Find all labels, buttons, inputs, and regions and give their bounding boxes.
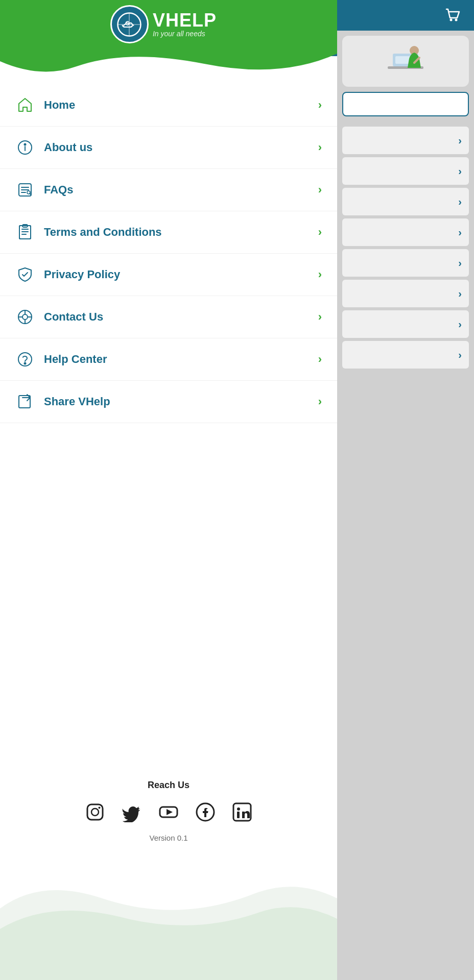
- reach-us-label: Reach Us: [10, 780, 327, 791]
- nav-item-faqs[interactable]: FAQs ›: [0, 169, 337, 211]
- main-list-row-7[interactable]: ›: [342, 310, 469, 338]
- nav-label-home: Home: [44, 99, 318, 112]
- youtube-icon[interactable]: [157, 801, 180, 823]
- app-top-bar: [337, 0, 474, 31]
- terms-icon: [15, 223, 35, 242]
- info-icon: [15, 138, 35, 157]
- main-app-background: › › › › › › › ›: [337, 0, 474, 980]
- help-icon: [15, 350, 35, 369]
- svg-line-12: [30, 193, 31, 194]
- nav-label-contact: Contact Us: [44, 310, 318, 324]
- svg-point-26: [25, 363, 26, 364]
- cart-icon[interactable]: [441, 4, 464, 27]
- profile-card: [342, 36, 469, 87]
- svg-point-6: [25, 144, 26, 145]
- share-icon: [15, 392, 35, 411]
- nav-label-faqs: FAQs: [44, 183, 318, 197]
- chevron-terms: ›: [318, 226, 322, 239]
- nav-item-share[interactable]: Share VHelp ›: [0, 381, 337, 423]
- nav-item-help[interactable]: Help Center ›: [0, 338, 337, 381]
- main-list-row-3[interactable]: ›: [342, 188, 469, 215]
- social-icons-row: [10, 801, 327, 823]
- main-list-row-2[interactable]: ›: [342, 157, 469, 185]
- app-name: VHELP: [153, 11, 217, 30]
- shield-icon: [15, 265, 35, 284]
- nav-label-help: Help Center: [44, 353, 318, 366]
- main-list-items: › › › › › › › ›: [337, 121, 474, 376]
- svg-point-39: [455, 19, 458, 21]
- nav-label-share: Share VHelp: [44, 395, 318, 408]
- svg-point-31: [99, 807, 101, 809]
- chevron-faqs: ›: [318, 183, 322, 197]
- chevron-help: ›: [318, 353, 322, 366]
- svg-point-36: [237, 807, 240, 811]
- nav-menu: Home › About us ›: [0, 79, 337, 765]
- bottom-wave-area: [0, 868, 337, 980]
- nav-item-terms[interactable]: Terms and Conditions ›: [0, 211, 337, 254]
- svg-point-30: [91, 808, 99, 816]
- twitter-icon[interactable]: [121, 801, 143, 823]
- nav-label-privacy: Privacy Policy: [44, 268, 318, 281]
- logo-icon: [116, 12, 142, 37]
- side-drawer: VHELP In your all needs Home ›: [0, 0, 337, 980]
- nav-item-about[interactable]: About us ›: [0, 127, 337, 169]
- linkedin-icon[interactable]: [231, 801, 253, 823]
- logo-text-area: VHELP In your all needs: [153, 11, 217, 38]
- faq-icon: [15, 180, 35, 200]
- svg-rect-29: [87, 804, 103, 820]
- version-label: Version 0.1: [10, 834, 327, 842]
- bottom-wave-svg: [0, 868, 337, 980]
- main-list-row-4[interactable]: ›: [342, 218, 469, 246]
- chevron-contact: ›: [318, 310, 322, 324]
- svg-rect-37: [237, 812, 240, 818]
- search-bar-main[interactable]: [342, 92, 469, 116]
- nav-item-home[interactable]: Home ›: [0, 84, 337, 127]
- main-list-row-8[interactable]: ›: [342, 341, 469, 369]
- drawer-footer: Reach Us: [0, 765, 337, 868]
- nav-label-terms: Terms and Conditions: [44, 226, 318, 239]
- home-icon: [15, 95, 35, 115]
- drawer-header: VHELP In your all needs: [0, 0, 337, 79]
- nav-label-about: About us: [44, 141, 318, 154]
- nav-item-privacy[interactable]: Privacy Policy ›: [0, 254, 337, 296]
- profile-illustration: [383, 38, 429, 84]
- nav-item-contact[interactable]: Contact Us ›: [0, 296, 337, 338]
- main-list-row-1[interactable]: ›: [342, 127, 469, 154]
- instagram-icon[interactable]: [84, 801, 106, 823]
- app-tagline: In your all needs: [153, 30, 217, 38]
- svg-marker-33: [167, 809, 173, 815]
- main-list-row-5[interactable]: ›: [342, 249, 469, 277]
- facebook-icon[interactable]: [194, 801, 217, 823]
- contact-icon: [15, 307, 35, 327]
- logo-circle: [110, 5, 149, 43]
- chevron-about: ›: [318, 141, 322, 154]
- main-list-row-6[interactable]: ›: [342, 280, 469, 307]
- logo-area: VHELP In your all needs: [0, 5, 327, 43]
- svg-point-38: [450, 19, 453, 21]
- chevron-privacy: ›: [318, 268, 322, 281]
- chevron-share: ›: [318, 395, 322, 408]
- chevron-home: ›: [318, 99, 322, 112]
- svg-point-20: [22, 314, 28, 320]
